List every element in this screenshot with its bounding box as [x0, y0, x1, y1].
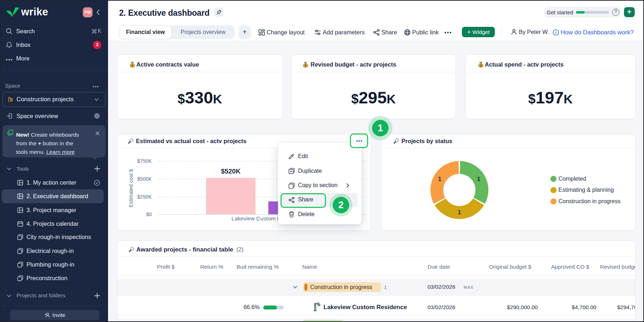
svg-text:1: 1 [458, 209, 461, 216]
svg-text:1: 1 [477, 176, 480, 182]
svg-text:$: $ [304, 64, 306, 67]
svg-text:$: $ [480, 64, 482, 67]
svg-text:1: 1 [438, 176, 441, 182]
svg-text:$: $ [131, 64, 133, 67]
